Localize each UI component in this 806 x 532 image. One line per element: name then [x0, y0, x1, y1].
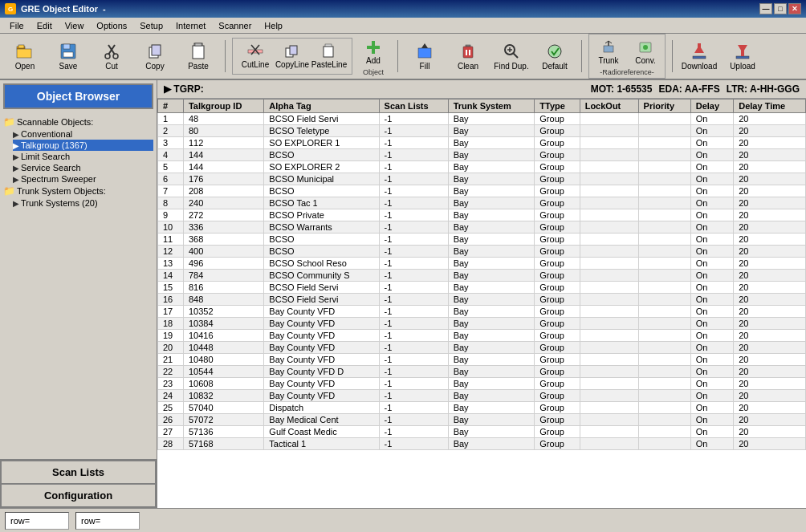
table-row[interactable]: 13496BCSO School Reso-1BayGroupOn20 [158, 258, 806, 270]
menu-edit[interactable]: Edit [31, 18, 59, 33]
clean-icon [458, 42, 478, 61]
default-button[interactable]: Default [535, 38, 575, 75]
menu-internet[interactable]: Internet [169, 18, 212, 33]
cell-26-4: Bay [448, 426, 535, 438]
tree-talkgroup[interactable]: ▶ Talkgroup (1367) [13, 140, 153, 151]
cell-19-4: Bay [448, 342, 535, 354]
pasteline-button[interactable]: PasteLine [311, 40, 347, 72]
cell-0-4: Bay [448, 113, 535, 125]
add-icon [365, 39, 381, 55]
cell-7-8: On [690, 197, 734, 209]
table-row[interactable]: 1710352Bay County VFD-1BayGroupOn20 [158, 306, 806, 318]
table-row[interactable]: 2210544Bay County VFD D-1BayGroupOn20 [158, 366, 806, 378]
tree-scannable-objects[interactable]: 📁 Scannable Objects: [3, 116, 153, 128]
arrow-right-icon-5: ▶ [13, 199, 19, 208]
upload-button[interactable]: Upload [723, 38, 763, 75]
table-row[interactable]: 2110480Bay County VFD-1BayGroupOn20 [158, 354, 806, 366]
table-row[interactable]: 1810384Bay County VFD-1BayGroupOn20 [158, 318, 806, 330]
status-row1-label: row= [10, 516, 30, 526]
table-row[interactable]: 2557040Dispatch-1BayGroupOn20 [158, 402, 806, 414]
clean-label: Clean [458, 62, 478, 71]
copy-button[interactable]: Copy [135, 38, 175, 75]
cell-10-6 [580, 234, 638, 246]
table-row[interactable]: 2310608Bay County VFD-1BayGroupOn20 [158, 378, 806, 390]
tree-limit-search[interactable]: ▶ Limit Search [13, 151, 153, 162]
close-button[interactable]: ✕ [788, 3, 801, 14]
table-row[interactable]: 9272BCSO Private-1BayGroupOn20 [158, 209, 806, 221]
table-row[interactable]: 148BCSO Field Servi-1BayGroupOn20 [158, 113, 806, 125]
paste-button[interactable]: Paste [178, 38, 218, 75]
trunk-button[interactable]: Trunk [591, 36, 626, 68]
cell-11-5: Group [535, 246, 580, 258]
table-container[interactable]: # Talkgroup ID Alpha Tag Scan Lists Trun… [157, 99, 806, 508]
table-row[interactable]: 15816BCSO Field Servi-1BayGroupOn20 [158, 282, 806, 294]
save-button[interactable]: Save [48, 38, 88, 75]
title-bar-left: G GRE Object Editor - [5, 3, 106, 14]
table-row[interactable]: 8240BCSO Tac 1-1BayGroupOn20 [158, 197, 806, 209]
tree-service-search[interactable]: ▶ Service Search [13, 162, 153, 173]
table-row[interactable]: 2410832Bay County VFD-1BayGroupOn20 [158, 390, 806, 402]
find-dup-button[interactable]: Find Dup. [491, 38, 531, 75]
minimize-button[interactable]: — [759, 3, 772, 14]
cell-22-5: Group [535, 378, 580, 390]
menu-setup[interactable]: Setup [133, 18, 169, 33]
menu-options[interactable]: Options [90, 18, 133, 33]
tree-trunk-systems[interactable]: ▶ Trunk Systems (20) [13, 197, 153, 209]
fill-button[interactable]: Fill [405, 38, 445, 75]
table-row[interactable]: 2657072Bay Medical Cent-1BayGroupOn20 [158, 414, 806, 426]
maximize-button[interactable]: □ [774, 3, 787, 14]
cell-25-9: 20 [734, 414, 806, 426]
cutline-button[interactable]: CutLine [238, 40, 273, 72]
menu-view[interactable]: View [59, 18, 91, 33]
cell-2-1: 112 [183, 137, 263, 149]
menu-help[interactable]: Help [258, 18, 289, 33]
table-row[interactable]: 7208BCSO-1BayGroupOn20 [158, 185, 806, 197]
conv-icon [637, 39, 653, 55]
col-num: # [158, 99, 184, 113]
menu-scanner[interactable]: Scanner [212, 18, 258, 33]
table-row[interactable]: 4144BCSO-1BayGroupOn20 [158, 149, 806, 161]
table-row[interactable]: 12400BCSO-1BayGroupOn20 [158, 246, 806, 258]
cell-6-8: On [690, 185, 734, 197]
table-row[interactable]: 280BCSO Teletype-1BayGroupOn20 [158, 125, 806, 137]
cell-8-2: BCSO Private [264, 209, 379, 221]
table-row[interactable]: 6176BCSO Municipal-1BayGroupOn20 [158, 173, 806, 185]
table-row[interactable]: 14784BCSO Community S-1BayGroupOn20 [158, 270, 806, 282]
copyline-button[interactable]: CopyLine [275, 40, 310, 72]
tree-conventional[interactable]: ▶ Conventional [13, 128, 153, 140]
conv-button[interactable]: Conv. [628, 36, 663, 68]
add-button[interactable]: Add [356, 36, 391, 68]
table-row[interactable]: 3112SO EXPLORER 1-1BayGroupOn20 [158, 137, 806, 149]
download-button[interactable]: Download [679, 38, 719, 75]
table-row[interactable]: 10336BCSO Warrants-1BayGroupOn20 [158, 221, 806, 234]
cell-4-6 [580, 161, 638, 173]
table-row[interactable]: 1910416Bay County VFD-1BayGroupOn20 [158, 330, 806, 342]
table-row[interactable]: 2857168Tactical 1-1BayGroupOn20 [158, 438, 806, 450]
table-row[interactable]: 5144SO EXPLORER 2-1BayGroupOn20 [158, 161, 806, 173]
svg-rect-29 [469, 50, 470, 55]
configuration-button[interactable]: Configuration [0, 483, 157, 508]
col-delay-time: Delay Time [734, 99, 806, 113]
cell-18-8: On [690, 330, 734, 342]
table-row[interactable]: 2757136Gulf Coast Medic-1BayGroupOn20 [158, 426, 806, 438]
open-button[interactable]: Open [5, 38, 45, 75]
cell-7-6 [580, 197, 638, 209]
table-row[interactable]: 16848BCSO Field Servi-1BayGroupOn20 [158, 294, 806, 306]
scan-lists-button[interactable]: Scan Lists [0, 460, 157, 483]
cell-21-9: 20 [734, 366, 806, 378]
svg-rect-44 [736, 56, 749, 59]
add-label: Add [366, 56, 381, 65]
cell-24-7 [638, 402, 690, 414]
table-row[interactable]: 2010448Bay County VFD-1BayGroupOn20 [158, 342, 806, 354]
cut-button[interactable]: Cut [92, 38, 132, 75]
tree-spectrum-sweeper[interactable]: ▶ Spectrum Sweeper [13, 173, 153, 185]
arrow-right-icon-4: ▶ [13, 175, 19, 184]
cell-0-8: On [690, 113, 734, 125]
cell-19-6 [580, 342, 638, 354]
tree-trunk-system-objects[interactable]: 📁 Trunk System Objects: [3, 185, 153, 197]
cell-19-2: Bay County VFD [264, 342, 379, 354]
table-row[interactable]: 11368BCSO-1BayGroupOn20 [158, 234, 806, 246]
clean-button[interactable]: Clean [448, 38, 488, 75]
cell-2-5: Group [535, 137, 580, 149]
menu-file[interactable]: File [3, 18, 31, 33]
